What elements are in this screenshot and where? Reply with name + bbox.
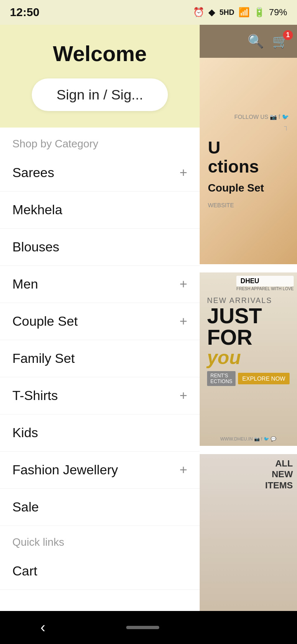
signal-icon: 📶: [238, 7, 250, 18]
wifi-icon: ◆: [208, 7, 215, 18]
menu-item-label: T-Shirts: [12, 388, 58, 403]
sidebar-item-mekhela[interactable]: Mekhela: [0, 192, 200, 229]
bg-panel-promo-1: FOLLOW US 📷 f 🐦 ┐ Uctions Couple Set WEB…: [200, 58, 297, 264]
main-container: 🔍 🛒 1 FOLLOW US 📷 f 🐦 ┐ Uctions Couple S…: [0, 25, 297, 644]
welcome-section: Welcome Sign in / Sig...: [0, 25, 200, 128]
menu-item-label: Family Set: [12, 351, 75, 366]
search-icon[interactable]: 🔍: [248, 33, 264, 49]
menu-item-label: Mekhela: [12, 202, 62, 218]
sidebar-item-t-shirts[interactable]: T-Shirts +: [0, 377, 200, 414]
website-label: WEBSITE: [208, 202, 289, 208]
sidebar-item-couple-set[interactable]: Couple Set +: [0, 303, 200, 340]
menu-item-label: Cart: [12, 564, 37, 579]
menu-item-label: Kids: [12, 425, 38, 440]
signin-button[interactable]: Sign in / Sig...: [32, 78, 168, 111]
status-time: 12:50: [10, 6, 40, 19]
category-list: Sarees + Mekhela Blouses Men + Couple Se…: [0, 154, 200, 526]
social-icons-row: WWW.DHEU.IN 📷 f 🐦 💬: [220, 433, 276, 442]
status-icons: ⏰ ◆ 5HD 📶 🔋 79%: [193, 7, 287, 18]
menu-item-label: Sarees: [12, 165, 54, 180]
sidebar-item-sarees[interactable]: Sarees +: [0, 154, 200, 192]
expand-icon: +: [179, 462, 187, 478]
quick-link-cart[interactable]: Cart: [0, 553, 200, 590]
sidebar-item-blouses[interactable]: Blouses: [0, 229, 200, 266]
shop-by-category-label: Shop by Category: [0, 128, 200, 154]
dheu-logo-small: ┐: [208, 123, 289, 130]
all-new-items-text: ALLNEWITEMS: [265, 458, 293, 490]
rents-label: RENT'SECTIONS: [207, 371, 236, 386]
bg-panel-promo-2: DHEU FRESH APPAREL WITH LOVE NEW ARRIVAL…: [200, 272, 297, 446]
menu-item-label: Men: [12, 277, 38, 292]
menu-item-label: Fashion Jewellery: [12, 462, 118, 478]
navigation-bar: ‹: [0, 611, 297, 644]
sidebar-item-kids[interactable]: Kids: [0, 414, 200, 452]
menu-item-label: Sale: [12, 500, 39, 515]
quick-links-list: Cart: [0, 553, 200, 590]
menu-item-label: Couple Set: [12, 314, 78, 329]
bg-header: 🔍 🛒 1: [200, 25, 297, 58]
welcome-title: Welcome: [53, 41, 146, 66]
explore-now-button[interactable]: EXPLORE NOW: [238, 373, 289, 384]
menu-item-label: Blouses: [12, 239, 59, 255]
bg-promo-text: Uctions Couple Set: [208, 138, 289, 196]
back-button[interactable]: ‹: [40, 619, 45, 636]
alarm-icon: ⏰: [193, 7, 204, 18]
you-text: you: [207, 348, 290, 367]
cart-button[interactable]: 🛒 1: [272, 33, 289, 49]
status-bar: 12:50 ⏰ ◆ 5HD 📶 🔋 79%: [0, 0, 297, 25]
for-text: FOR: [207, 327, 290, 348]
expand-icon: +: [179, 165, 187, 180]
quick-links-label: Quick links: [0, 526, 200, 553]
sidebar-item-sale[interactable]: Sale: [0, 489, 200, 526]
follow-us-label: FOLLOW US 📷 f 🐦: [208, 114, 289, 120]
just-text: JUST: [207, 305, 290, 327]
home-indicator[interactable]: [126, 626, 159, 629]
battery-icon: 🔋: [254, 7, 265, 18]
sidebar-item-family-set[interactable]: Family Set: [0, 340, 200, 377]
expand-icon: +: [179, 314, 187, 329]
category-section: Shop by Category Sarees + Mekhela Blouse…: [0, 128, 200, 644]
sidebar-item-fashion-jewellery[interactable]: Fashion Jewellery +: [0, 452, 200, 489]
dheu-brand: DHEU FRESH APPAREL WITH LOVE: [236, 276, 294, 291]
expand-icon: +: [179, 277, 187, 292]
cart-count: 1: [283, 30, 293, 40]
sidebar-item-men[interactable]: Men +: [0, 266, 200, 303]
signal-5hd-icon: 5HD: [219, 8, 234, 17]
battery-text: 79%: [269, 7, 287, 18]
expand-icon: +: [179, 388, 187, 403]
sidebar-drawer: Welcome Sign in / Sig... Shop by Categor…: [0, 25, 200, 644]
